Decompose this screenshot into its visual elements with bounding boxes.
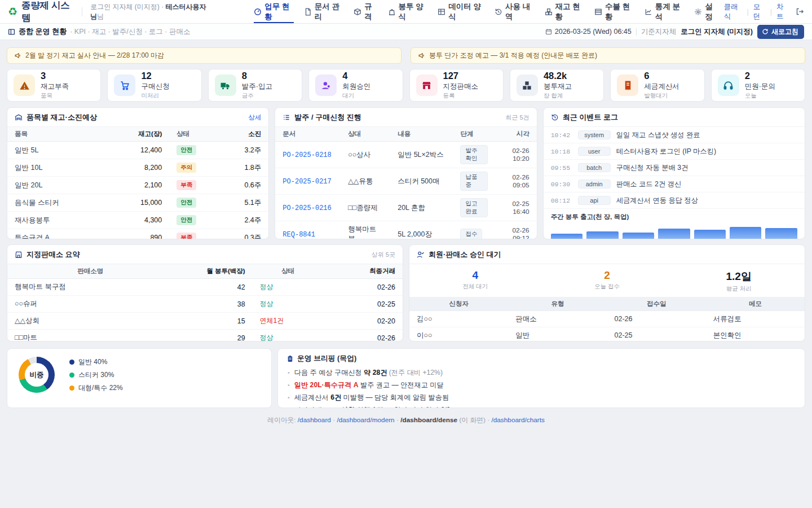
divider xyxy=(636,28,637,36)
table-icon xyxy=(438,8,445,16)
briefing-item: 다음 주 예상 구매신청 약 28건 (전주 대비 +12%) xyxy=(288,366,796,379)
mix-donut: 비중 xyxy=(19,357,55,393)
legend-item: 일반 40% xyxy=(69,357,123,367)
mix-panel: 비중 일반 40% 스티커 30% 대형/특수 22% xyxy=(7,348,272,408)
doc-link[interactable]: PO-2025-0218 xyxy=(283,151,331,159)
footer-link-dashboard[interactable]: /dashboard xyxy=(298,416,331,424)
breadcrumb: · KPI · 재고 · 발주/신청 · 로그 · 판매소 xyxy=(70,27,190,37)
view-link-chart[interactable]: 차트 xyxy=(776,2,789,21)
user-icon xyxy=(315,75,337,96)
briefing-item: 일반 20L·특수규격 A 발주 권고 — 안전재고 미달 xyxy=(288,379,796,391)
bar xyxy=(658,229,690,239)
nav-ledger[interactable]: 수불 현황 xyxy=(594,0,634,23)
panel-row-2: 지정판매소 요약 상위 5곳 판매소명 월 봉투(백장) 상태 최종거래 행복마… xyxy=(7,244,805,341)
doc-link[interactable]: PO-2025-0217 xyxy=(283,178,331,186)
briefing-icon xyxy=(286,355,294,362)
notice-banner: 2월 말 정기 재고 실사 안내 — 2/28 17:00 마감 xyxy=(7,47,401,64)
nav-work-status[interactable]: 업무 현황 xyxy=(254,0,294,23)
stores-panel: 지정판매소 요약 상위 5곳 판매소명 월 봉투(백장) 상태 최종거래 행복마… xyxy=(7,244,403,341)
doc-link[interactable]: REQ-8841 xyxy=(283,231,315,239)
view-switcher: 클래식 | 모던 | 차트 xyxy=(723,2,804,21)
log-row: 09:30admin판매소 코드 2건 갱신 xyxy=(544,176,805,192)
megaphone-icon xyxy=(418,52,425,59)
page-title: 종합 운영 현황 xyxy=(19,27,67,37)
nav-stats[interactable]: 통계 분석 xyxy=(645,0,685,23)
boxes-icon xyxy=(545,8,553,16)
kpi-label: 발주·입고 xyxy=(242,82,272,91)
table-row: 일반 5L12,400안전3.2주 xyxy=(7,142,268,159)
view-link-modern[interactable]: 모던 xyxy=(753,2,766,21)
notice-row: 2월 말 정기 재고 실사 안내 — 2/28 17:00 마감 봉투 단가 조… xyxy=(7,47,805,64)
footer-link-modern[interactable]: /dashboard/modern xyxy=(337,416,394,424)
logout-icon[interactable] xyxy=(796,7,804,16)
package-icon xyxy=(354,8,361,16)
panel-note: 최근 5건 xyxy=(505,113,529,122)
table-row: ○○슈퍼38정상02-25 xyxy=(7,296,403,313)
kpi-sublabel: 발행대기 xyxy=(644,92,679,100)
login-context: 로그인 지자체 (미지정) · 테스터사용자님님 xyxy=(90,2,211,21)
bar xyxy=(623,233,654,239)
stage-badge: 접수 xyxy=(460,229,482,239)
log-tag-badge: system xyxy=(578,130,611,139)
main-nav: 업무 현황 문서 관리 규격 봉투 양식 데이터 양식 사용 내역 xyxy=(254,0,718,23)
nav-settings[interactable]: 설정 xyxy=(694,0,718,23)
panel-title: 지정판매소 요약 xyxy=(27,249,80,260)
bag-icon xyxy=(388,8,396,16)
dashboard-grid-icon xyxy=(8,28,15,36)
top-header: ♻ 종량제 시스템 로그인 지자체 (미지정) · 테스터사용자님님 업무 현황… xyxy=(0,0,812,24)
nav-doc-management[interactable]: 문서 관리 xyxy=(304,0,344,23)
view-link-classic[interactable]: 클래식 xyxy=(723,2,742,21)
calendar-icon xyxy=(545,28,552,35)
doc-link[interactable]: PO-2025-0216 xyxy=(283,204,331,212)
log-row: 10:18user테스터사용자 로그인 (IP 마스킹) xyxy=(544,143,805,160)
receipt-icon xyxy=(617,75,638,96)
bar xyxy=(586,231,618,239)
boxes-icon xyxy=(517,75,538,96)
nav-data-form[interactable]: 데이터 양식 xyxy=(438,0,484,23)
kpi-value: 8 xyxy=(242,71,272,81)
table-row: 일반 20L2,100부족0.6주 xyxy=(7,177,268,194)
bar xyxy=(730,227,761,239)
divider xyxy=(82,7,82,16)
nav-spec[interactable]: 규격 xyxy=(354,0,377,23)
cart-icon xyxy=(114,75,135,96)
store-status: 정상 xyxy=(260,334,273,341)
nav-usage-history[interactable]: 사용 내역 xyxy=(495,0,535,23)
panel-title: 운영 브리핑 (목업) xyxy=(297,354,356,364)
kpi-label: 지정판매소 xyxy=(443,82,479,91)
refresh-button[interactable]: 새로고침 xyxy=(757,25,804,39)
megaphone-icon xyxy=(14,52,21,59)
store-icon xyxy=(416,75,438,96)
kpi-label: 회원승인 xyxy=(342,82,370,91)
store-icon xyxy=(15,251,23,259)
base-jurisdiction-value: 로그인 지자체 (미지정) xyxy=(681,27,753,37)
sub-header: 종합 운영 현황 · KPI · 재고 · 발주/신청 · 로그 · 판매소 2… xyxy=(0,24,812,40)
inventory-panel: 품목별 재고·소진예상 상세 품목 재고(장) 상태 소진 일반 5L12,40… xyxy=(7,107,269,239)
orders-panel: 발주 / 구매신청 진행 최근 5건 문서 상대 내용 단계 시각 PO-202… xyxy=(275,107,537,239)
table-row: 일반 10L8,200주의1.8주 xyxy=(7,159,268,177)
kpi-label: 봉투재고 xyxy=(544,82,572,91)
store-status: 정상 xyxy=(260,300,273,308)
detail-link[interactable]: 상세 xyxy=(248,113,261,122)
brand: ♻ 종량제 시스템 xyxy=(8,0,74,24)
nav-bag-form[interactable]: 봉투 양식 xyxy=(388,0,428,23)
log-tag-badge: api xyxy=(578,196,611,205)
kpi-card-purchase-requests: 12구매신청미처리 xyxy=(107,69,201,102)
orders-table: 문서 상대 내용 단계 시각 PO-2025-0218○○상사일반 5L×2박스… xyxy=(275,127,536,239)
log-row: 08:12api세금계산서 연동 응답 정상 xyxy=(544,192,805,209)
warehouse-icon xyxy=(15,113,23,121)
log-tag-badge: user xyxy=(578,147,611,156)
chart-line-icon xyxy=(645,8,652,16)
status-badge: 안전 xyxy=(176,215,196,225)
kpi-label: 세금계산서 xyxy=(644,82,679,91)
panel-title: 품목별 재고·소진예상 xyxy=(27,112,97,122)
legend-item: 스티커 30% xyxy=(69,370,123,380)
footer-link-charts[interactable]: /dashboard/charts xyxy=(491,416,544,424)
divider: | xyxy=(770,8,772,16)
kpi-sublabel: 장 합계 xyxy=(544,92,572,100)
stage-badge: 납품중 xyxy=(460,172,487,191)
history-icon xyxy=(551,113,559,121)
nav-stock-status[interactable]: 재고 현황 xyxy=(545,0,585,23)
event-log-panel: 최근 이벤트 로그 10:42system일일 재고 스냅샷 생성 완료 10:… xyxy=(543,107,805,239)
kpi-label: 재고부족 xyxy=(41,82,69,91)
